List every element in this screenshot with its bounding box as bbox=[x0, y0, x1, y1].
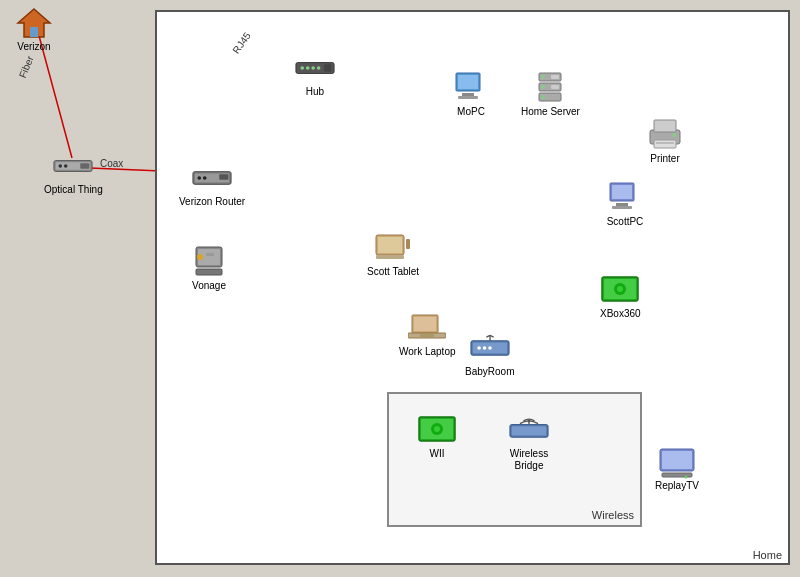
optical-icon bbox=[53, 148, 93, 184]
svg-point-34 bbox=[306, 66, 310, 70]
babyroom-node: BabyRoom bbox=[465, 330, 514, 377]
svg-rect-64 bbox=[378, 237, 402, 253]
scottpc-node: ScottPC bbox=[605, 180, 645, 227]
svg-point-30 bbox=[197, 254, 203, 260]
vonage-node: Vonage bbox=[189, 244, 229, 291]
svg-rect-39 bbox=[458, 75, 478, 89]
wireless-label: Wireless bbox=[592, 509, 634, 521]
mopc-label: MoPC bbox=[457, 106, 485, 117]
svg-point-25 bbox=[203, 176, 207, 180]
xbox360-node: XBox360 bbox=[600, 272, 641, 319]
svg-point-75 bbox=[488, 346, 492, 350]
svg-rect-37 bbox=[324, 64, 331, 71]
svg-rect-88 bbox=[662, 451, 692, 469]
router-icon bbox=[192, 160, 232, 196]
xbox360-label: XBox360 bbox=[600, 308, 641, 319]
verizon-node: Verizon bbox=[14, 5, 54, 52]
hub-label: Hub bbox=[306, 86, 324, 97]
svg-rect-26 bbox=[219, 174, 228, 179]
replaytv-label: ReplayTV bbox=[655, 480, 699, 491]
work-laptop-node: Work Laptop bbox=[399, 310, 456, 357]
work-laptop-label: Work Laptop bbox=[399, 346, 456, 357]
wireless-bridge-label: WirelessBridge bbox=[510, 448, 548, 472]
svg-rect-58 bbox=[612, 206, 632, 209]
svg-point-73 bbox=[477, 346, 481, 350]
wireless-box: Wireless WII bbox=[387, 392, 642, 527]
house-icon bbox=[14, 5, 54, 41]
svg-rect-89 bbox=[662, 473, 692, 477]
svg-rect-41 bbox=[458, 96, 478, 99]
wii-node: WII bbox=[417, 412, 457, 459]
scott-tablet-node: Scott Tablet bbox=[367, 230, 419, 277]
svg-rect-56 bbox=[612, 185, 632, 199]
wireless-bridge-icon bbox=[509, 412, 549, 448]
svg-point-90 bbox=[684, 476, 687, 479]
svg-rect-70 bbox=[420, 334, 434, 337]
coax-label: Coax bbox=[100, 158, 123, 169]
wii-label: WII bbox=[430, 448, 445, 459]
svg-point-82 bbox=[434, 426, 440, 432]
svg-rect-57 bbox=[616, 203, 628, 206]
optical-label: Optical Thing bbox=[44, 184, 103, 195]
svg-rect-48 bbox=[551, 75, 559, 79]
hub-icon bbox=[295, 50, 335, 86]
main-network-box: Home Verizon Router Vonage R bbox=[155, 10, 790, 565]
svg-rect-51 bbox=[654, 120, 676, 132]
wii-icon bbox=[417, 412, 457, 448]
verizon-label: Verizon bbox=[17, 41, 50, 52]
scott-tablet-label: Scott Tablet bbox=[367, 266, 419, 277]
vonage-icon bbox=[189, 244, 229, 280]
svg-point-54 bbox=[672, 133, 676, 137]
svg-rect-31 bbox=[206, 253, 214, 256]
svg-rect-21 bbox=[81, 163, 90, 168]
verizon-router-node: Verizon Router bbox=[179, 160, 245, 207]
svg-point-24 bbox=[198, 176, 202, 180]
work-laptop-icon bbox=[407, 310, 447, 346]
home-label: Home bbox=[753, 549, 782, 561]
tablet-icon bbox=[373, 230, 413, 266]
svg-rect-40 bbox=[462, 93, 474, 96]
svg-rect-16 bbox=[30, 27, 38, 37]
babyroom-label: BabyRoom bbox=[465, 366, 514, 377]
svg-rect-65 bbox=[406, 239, 410, 249]
svg-point-33 bbox=[300, 66, 304, 70]
printer-label: Printer bbox=[650, 153, 679, 164]
scottpc-label: ScottPC bbox=[607, 216, 644, 227]
printer-icon bbox=[645, 117, 685, 153]
wireless-bridge-node: WirelessBridge bbox=[509, 412, 549, 472]
replaytv-icon bbox=[657, 444, 697, 480]
xbox360-icon bbox=[600, 272, 640, 308]
svg-point-46 bbox=[541, 85, 545, 89]
home-server-label: Home Server bbox=[521, 106, 580, 117]
svg-rect-66 bbox=[376, 255, 404, 259]
svg-point-74 bbox=[482, 346, 486, 350]
svg-point-47 bbox=[541, 95, 545, 99]
vonage-label: Vonage bbox=[192, 280, 226, 291]
home-server-node: Home Server bbox=[521, 70, 580, 117]
svg-rect-53 bbox=[656, 142, 674, 144]
svg-point-20 bbox=[64, 164, 68, 168]
scottpc-icon bbox=[605, 180, 645, 216]
mopc-icon bbox=[451, 70, 491, 106]
mopc-node: MoPC bbox=[451, 70, 491, 117]
svg-point-62 bbox=[617, 286, 623, 292]
svg-point-19 bbox=[59, 164, 63, 168]
rj45-label: RJ45 bbox=[230, 30, 252, 55]
svg-point-35 bbox=[311, 66, 315, 70]
home-server-icon bbox=[530, 70, 570, 106]
verizon-router-label: Verizon Router bbox=[179, 196, 245, 207]
svg-rect-29 bbox=[196, 269, 222, 275]
svg-point-45 bbox=[541, 75, 545, 79]
svg-rect-68 bbox=[414, 317, 436, 331]
fiber-label: Fiber bbox=[17, 54, 36, 79]
printer-node: Printer bbox=[645, 117, 685, 164]
svg-rect-84 bbox=[512, 426, 547, 435]
replaytv-node: ReplayTV bbox=[655, 444, 699, 491]
hub-node: Hub bbox=[295, 50, 335, 97]
svg-point-36 bbox=[317, 66, 321, 70]
babyroom-icon bbox=[470, 330, 510, 366]
optical-node: Optical Thing bbox=[44, 148, 103, 195]
svg-rect-49 bbox=[551, 85, 559, 89]
